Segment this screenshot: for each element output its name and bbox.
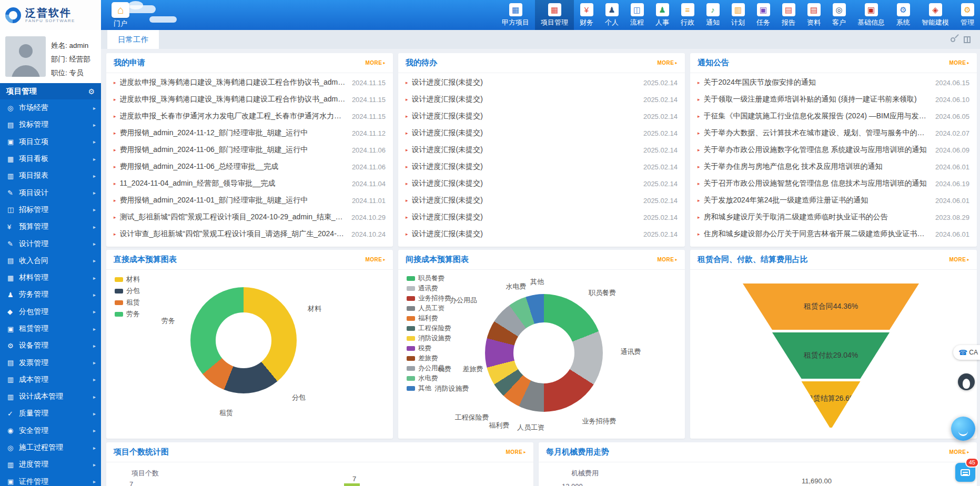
sidebar-item[interactable]: ◫招标管理▸ — [0, 201, 101, 218]
sidebar-item[interactable]: ▦项目看板▸ — [0, 150, 101, 167]
list-item[interactable]: ▸设计进度汇报(未提交)2025.02.14 — [398, 141, 685, 158]
list-item[interactable]: ▸关于领取一级注册建造师培训补贴的通知 (须持一建证书前来领取)2024.06.… — [690, 91, 977, 108]
sidebar-item[interactable]: ▥成本管理▸ — [0, 371, 101, 388]
sidebar-item[interactable]: ▤发票管理▸ — [0, 354, 101, 371]
nav-item-portal[interactable]: ⌂ 门户 — [106, 2, 135, 28]
list-item[interactable]: ▸进度款申报_珠海鹤港口建设_珠海鹤港口建设工程合作协议书_admin_...2… — [106, 74, 393, 91]
list-item[interactable]: ▸关于发放2024年第24批一级建造师注册证书的通知2024.06.01 — [690, 192, 977, 209]
sidebar-item[interactable]: ▦材料管理▸ — [0, 269, 101, 286]
list-item[interactable]: ▸设计进度汇报(未提交)2025.02.14 — [398, 125, 685, 141]
more-link[interactable]: MORE▸ — [506, 449, 526, 455]
top-nav-item[interactable]: ▤报告 — [776, 0, 801, 30]
list-item[interactable]: ▸于征集《中国建筑施工行业信息化发展报告 (2024) —BIM应用与发展》材料… — [690, 108, 977, 125]
sidebar-item[interactable]: ▣证件管理▸ — [0, 473, 101, 486]
top-nav-item[interactable]: ▦甲方项目 — [496, 0, 535, 30]
legend-item[interactable]: 消防设施费 — [407, 333, 451, 343]
chat-bubble-button[interactable] — [951, 417, 975, 441]
avatar[interactable] — [5, 36, 46, 77]
app-logo[interactable]: 泛普软件 FANPU SOFTWARE — [0, 0, 101, 30]
sidebar-item[interactable]: ▥进度管理▸ — [0, 456, 101, 473]
service-phone-button[interactable]: ☎ CA — [953, 345, 980, 360]
top-nav-item[interactable]: ▤资料 — [801, 0, 826, 30]
top-nav-item[interactable]: ¥财务 — [574, 0, 599, 30]
list-item[interactable]: ▸关于召开市政公用设施智慧化管理信息 信息技术与应用培训班的通知2024.06.… — [690, 175, 977, 192]
legend-item[interactable]: 劳务 — [115, 308, 140, 320]
sidebar-item[interactable]: ▣项目立项▸ — [0, 134, 101, 150]
legend-item[interactable]: 水电费 — [407, 373, 451, 383]
sidebar-item[interactable]: ▥设计成本管理▸ — [0, 388, 101, 405]
list-item[interactable]: ▸设计进度汇报(未提交)2025.02.14 — [398, 175, 685, 192]
list-item[interactable]: ▸设计进度汇报(未提交)2025.02.14 — [398, 74, 685, 91]
tab-daily-work[interactable]: 日常工作 — [107, 30, 159, 49]
legend-item[interactable]: 分包 — [115, 285, 140, 297]
sidebar-item[interactable]: ▣租赁管理▸ — [0, 320, 101, 337]
legend-item[interactable]: 职员餐费 — [407, 274, 451, 284]
list-item[interactable]: ▸费用报销_admin_2024-11-01_部门经理审批_胡建_运行中2024… — [106, 192, 393, 209]
list-item[interactable]: ▸设计进度汇报(未提交)2025.02.14 — [398, 108, 685, 125]
sidebar-item[interactable]: ◉安全管理▸ — [0, 422, 101, 439]
key-icon[interactable] — [949, 36, 956, 43]
qq-button[interactable] — [958, 373, 975, 390]
top-nav-item[interactable]: ▣基础信息 — [852, 0, 891, 30]
legend-item[interactable]: 租赁 — [115, 297, 140, 308]
legend-item[interactable]: 通讯费 — [407, 284, 451, 293]
more-link[interactable]: MORE▸ — [949, 449, 969, 455]
sidebar-item[interactable]: ⚙设备管理▸ — [0, 337, 101, 354]
list-item[interactable]: ▸房和城乡建设厅关于取消二级建造师临时执业证书的公告2023.08.29 — [690, 209, 977, 226]
top-nav-item[interactable]: ♪通知 — [700, 0, 725, 30]
top-nav-item[interactable]: ⚙管理 — [955, 0, 980, 30]
more-link[interactable]: MORE▸ — [949, 60, 969, 66]
sidebar-item[interactable]: ✎设计管理▸ — [0, 235, 101, 252]
top-nav-item[interactable]: ♟个人 — [599, 0, 624, 30]
list-item[interactable]: ▸设计进度汇报(未提交)2025.02.14 — [398, 158, 685, 175]
list-item[interactable]: ▸关于举办大数据、云计算技术在城市建设、规划、管理与服务中的应用培训班...20… — [690, 125, 977, 141]
list-item[interactable]: ▸费用报销_admin_2024-11-06_总经理审批__完成2024.11.… — [106, 158, 393, 175]
list-item[interactable]: ▸设计进度汇报(未提交)2025.02.14 — [398, 91, 685, 108]
legend-item[interactable]: 人员工资 — [407, 303, 451, 313]
legend-item[interactable]: 办公用品 — [407, 363, 451, 373]
sidebar-item[interactable]: ✓质量管理▸ — [0, 405, 101, 422]
more-link[interactable]: MORE▸ — [657, 60, 678, 66]
top-nav-item[interactable]: ▣任务 — [751, 0, 776, 30]
more-link[interactable]: MORE▸ — [365, 60, 386, 66]
sidebar-item[interactable]: ◎施工过程管理▸ — [0, 439, 101, 456]
more-link[interactable]: MORE▸ — [949, 257, 969, 262]
more-link[interactable]: MORE▸ — [365, 257, 386, 262]
list-item[interactable]: ▸设计进度汇报(未提交)2025.02.14 — [398, 209, 685, 226]
more-link[interactable]: MORE▸ — [657, 257, 678, 262]
top-nav-item[interactable]: ◫流程 — [624, 0, 650, 30]
legend-item[interactable]: 税费 — [407, 343, 451, 353]
list-item[interactable]: ▸进度款申报_珠海鹤港口建设_珠海鹤港口建设工程合作协议书_admin_...2… — [106, 91, 393, 108]
legend-item[interactable]: 福利费 — [407, 313, 451, 323]
list-item[interactable]: ▸关于举办市政公用设施数字化管理信息 系统建设与应用培训班的通知2024.06.… — [690, 141, 977, 158]
message-center-button[interactable]: 45 — [955, 463, 975, 482]
list-item[interactable]: ▸关于举办住房与房地产信息化 技术及应用培训班的通知2024.06.01 — [690, 158, 977, 175]
legend-item[interactable]: 业务招待费 — [407, 293, 451, 303]
top-nav-item[interactable]: ◎客户 — [826, 0, 852, 30]
sidebar-item[interactable]: ▤收入合同▸ — [0, 252, 101, 269]
top-nav-item[interactable]: ▦项目管理 — [535, 0, 574, 30]
panes-icon[interactable] — [964, 36, 971, 43]
gear-icon[interactable]: ⚙ — [88, 87, 95, 96]
sidebar-item[interactable]: ▤投标管理▸ — [0, 116, 101, 133]
list-item[interactable]: ▸设计进度汇报(未提交)2025.02.14 — [398, 192, 685, 209]
list-item[interactable]: ▸设计进度汇报(未提交)2025.02.14 — [398, 226, 685, 242]
list-item[interactable]: ▸测试_彭祖新城“四馆”景观工程设计项目_2024-10-29_admin_结束… — [106, 209, 393, 226]
legend-item[interactable]: 差旅费 — [407, 353, 451, 363]
top-nav-item[interactable]: ♟人事 — [650, 0, 675, 30]
list-item[interactable]: ▸费用报销_admin_2024-11-12_部门经理审批_胡建_运行中2024… — [106, 125, 393, 141]
top-nav-item[interactable]: ≡行政 — [675, 0, 700, 30]
sidebar-item[interactable]: ◆分包管理▸ — [0, 303, 101, 320]
top-nav-item[interactable]: ⚙系统 — [891, 0, 916, 30]
sidebar-item[interactable]: ♟劳务管理▸ — [0, 286, 101, 303]
sidebar-item[interactable]: ¥预算管理▸ — [0, 218, 101, 235]
list-item[interactable]: ▸11_2024-11-04_admin_经营部_领导审批__完成2024.11… — [106, 175, 393, 192]
list-item[interactable]: ▸设计审查_彭祖新城“四馆”景观工程设计项目_请选择_胡广生_2024-10-2… — [106, 226, 393, 242]
list-item[interactable]: ▸住房和城乡建设部办公厅关于同意吉林省开展二级建造师执业证书电子化试点...20… — [690, 226, 977, 242]
list-item[interactable]: ▸进度款申报_长春市伊通河水力发电厂改建工程_长春市伊通河水力发电...2024… — [106, 108, 393, 125]
list-item[interactable]: ▸关于2024年国庆节放假安排的通知2024.06.15 — [690, 74, 977, 91]
sidebar-item[interactable]: ◎市场经营▸ — [0, 99, 101, 116]
sidebar-item[interactable]: ▥项目报表▸ — [0, 167, 101, 184]
legend-item[interactable]: 其他 — [407, 383, 451, 393]
sidebar-item[interactable]: ✎项目设计▸ — [0, 184, 101, 201]
